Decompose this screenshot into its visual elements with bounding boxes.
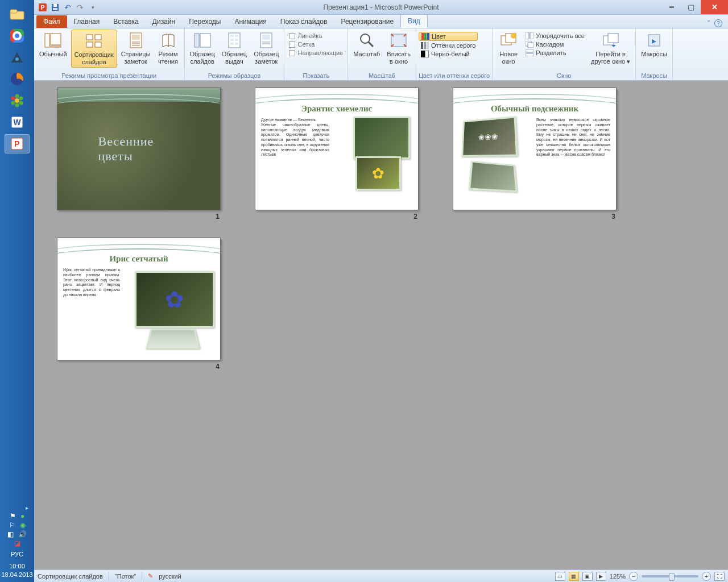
tray-volume-icon[interactable]: 🔊 (18, 530, 27, 538)
firefox-icon[interactable] (5, 69, 30, 89)
macros-button[interactable]: Макросы (638, 30, 670, 60)
tray-language[interactable]: РУС (11, 551, 23, 558)
tray-network-icon[interactable]: ⚑ (10, 512, 16, 520)
tab-review[interactable]: Рецензирование (334, 15, 400, 28)
tray-flag-icon[interactable]: ⚐ (9, 521, 15, 529)
tray-expand-icon[interactable]: ▸ (26, 505, 33, 511)
tab-animation[interactable]: Анимация (228, 15, 273, 28)
svg-point-13 (19, 101, 23, 105)
notes-master-button[interactable]: Образец заметок (251, 30, 282, 66)
zoom-in-button[interactable]: + (702, 572, 711, 581)
slide-master-button[interactable]: Образец слайдов (187, 30, 218, 66)
slide-sorter-area[interactable]: Весенние цветы 1 Эрантис хиемелис Другое… (34, 81, 728, 569)
grayscale-button[interactable]: Оттенки серого (419, 41, 478, 49)
reading-view-button[interactable]: Режим чтения (155, 30, 182, 66)
svg-rect-60 (421, 51, 425, 57)
chrome-icon[interactable] (5, 26, 30, 45)
minimize-button[interactable]: ━ (662, 0, 681, 14)
cascade-button[interactable]: Каскадом (523, 40, 587, 48)
zoom-button[interactable]: Масштаб (350, 30, 383, 60)
handout-master-button[interactable]: Образец выдач (219, 30, 250, 66)
powerpoint-window: P ↶ ↷ ▾ Презентация1 - Microsoft PowerPo… (34, 0, 728, 582)
app-icon[interactable]: P (38, 2, 48, 13)
tab-insert[interactable]: Вставка (106, 15, 146, 28)
system-tray: ▸ ⚑● ⚐◉ ◧🔊 ◪ РУС 10:00 18.04.2013 (1, 505, 32, 582)
tray-shield-icon[interactable]: ◪ (14, 539, 20, 547)
powerpoint-icon[interactable]: P (5, 134, 30, 153)
ruler-checkbox[interactable]: Линейка (287, 32, 345, 40)
tray-app-icon[interactable]: ◧ (7, 530, 14, 538)
svg-rect-44 (235, 39, 238, 41)
normal-view-icon[interactable]: ▭ (555, 572, 565, 581)
slide-4-body: Ирис сетчатый принадлежит к наиболее ран… (63, 268, 120, 298)
grid-checkbox[interactable]: Сетка (287, 40, 345, 48)
new-window-button[interactable]: Новое окно (495, 30, 522, 66)
svg-rect-30 (95, 35, 101, 40)
sorter-view-button[interactable]: Сортировщик слайдов (71, 30, 117, 68)
status-language[interactable]: русский (159, 573, 181, 580)
slide-thumb-4[interactable]: Ирис сетчатый Ирис сетчатый принадлежит … (57, 238, 221, 360)
tray-action-icon[interactable]: ◉ (20, 521, 26, 529)
svg-rect-48 (262, 35, 270, 40)
maximize-button[interactable]: ▢ (681, 0, 701, 14)
svg-rect-29 (86, 35, 93, 40)
group-color-label: Цвет или оттенки серого (419, 71, 490, 80)
blackwhite-button[interactable]: Черно-белый (419, 50, 478, 58)
save-icon[interactable] (50, 2, 60, 13)
arrange-all-button[interactable]: Упорядочить все (523, 32, 587, 40)
ribbon-minimize-icon[interactable]: ˇ (708, 19, 710, 28)
close-button[interactable]: ✕ (701, 0, 728, 14)
svg-rect-24 (53, 4, 57, 7)
redo-icon[interactable]: ↷ (75, 2, 85, 13)
svg-text:W: W (13, 118, 21, 127)
explorer-icon[interactable] (5, 5, 30, 24)
slide-thumb-1[interactable]: Весенние цветы (57, 88, 221, 210)
icq-icon[interactable] (5, 91, 30, 110)
zoom-out-button[interactable]: − (629, 572, 638, 581)
color-button[interactable]: Цвет (419, 32, 478, 41)
aol-icon[interactable] (5, 48, 30, 67)
slideshow-view-icon[interactable]: ▶ (596, 572, 606, 581)
slide-2-title: Эрантис хиемелис (255, 104, 418, 114)
tray-sound-icon[interactable]: ● (20, 512, 24, 520)
tab-design[interactable]: Дизайн (146, 15, 182, 28)
sorter-view-label: Сортировщик слайдов (75, 51, 114, 65)
split-button[interactable]: Разделить (523, 49, 587, 57)
undo-icon[interactable]: ↶ (63, 2, 73, 13)
svg-rect-39 (200, 34, 210, 47)
svg-point-14 (15, 103, 19, 107)
normal-view-label: Обычный (39, 51, 67, 58)
reading-view-icon[interactable]: ▣ (582, 572, 593, 581)
guides-checkbox[interactable]: Направляющие (287, 49, 345, 57)
windows-taskbar: W P ▸ ⚑● ⚐◉ ◧🔊 ◪ РУС 10:00 18.04.2013 (0, 0, 34, 582)
tab-transitions[interactable]: Переходы (182, 15, 228, 28)
group-masters-label: Режимы образцов (187, 71, 282, 80)
slide-thumb-3[interactable]: Обычный подснежник Всем знакомо невысоко… (453, 88, 617, 210)
svg-point-10 (15, 98, 19, 103)
svg-rect-66 (530, 32, 533, 39)
normal-view-button[interactable]: Обычный (36, 30, 70, 60)
spellcheck-icon[interactable]: ✎ (148, 572, 153, 580)
slide-thumb-2[interactable]: Эрантис хиемелис Другое название — Весен… (255, 88, 419, 210)
tray-clock[interactable]: 10:00 18.04.2013 (1, 562, 32, 579)
switch-window-button[interactable]: Перейти в другое окно ▾ (588, 30, 633, 66)
fit-window-button[interactable]: Вписать в окно (384, 30, 413, 66)
qat-dropdown-icon[interactable]: ▾ (88, 2, 98, 13)
notes-master-label: Образец заметок (254, 51, 279, 65)
cascade-label: Каскадом (536, 41, 564, 48)
sorter-view-icon[interactable]: ▦ (569, 572, 579, 581)
tab-home[interactable]: Главная (67, 15, 107, 28)
notes-page-button[interactable]: Страницы заметок (118, 30, 154, 66)
zoom-slider[interactable] (642, 575, 698, 577)
word-icon[interactable]: W (5, 113, 30, 132)
tab-slideshow[interactable]: Показ слайдов (274, 15, 334, 28)
new-window-label: Новое окно (499, 51, 518, 65)
help-icon[interactable]: ? (714, 19, 722, 27)
guides-label: Направляющие (297, 49, 343, 56)
fit-window-label: Вписать в окно (387, 51, 411, 65)
slide-3-photo-2 (469, 161, 518, 192)
tab-view[interactable]: Вид (400, 14, 428, 28)
svg-point-6 (14, 33, 20, 39)
tab-file[interactable]: Файл (36, 15, 67, 28)
fit-zoom-button[interactable]: ⛶ (714, 572, 725, 581)
